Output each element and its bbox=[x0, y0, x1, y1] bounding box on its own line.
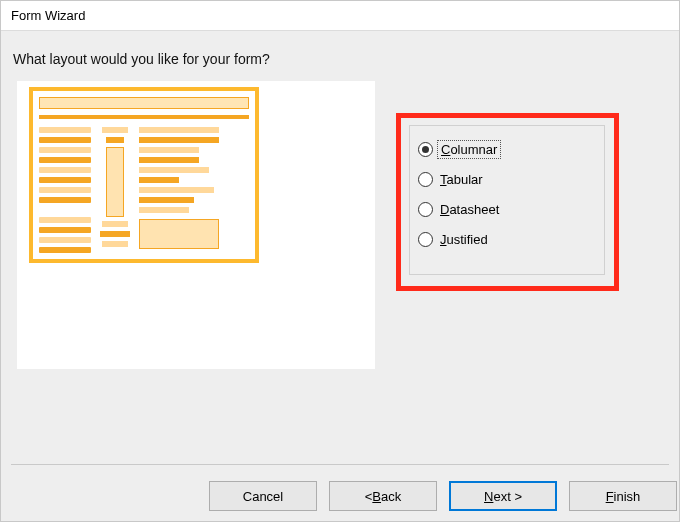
back-button[interactable]: < Back bbox=[329, 481, 437, 511]
radio-icon bbox=[418, 142, 433, 157]
layout-options-group: Columnar Tabular Datasheet Justified bbox=[409, 125, 605, 275]
prompt-text: What layout would you like for your form… bbox=[13, 51, 270, 67]
radio-icon bbox=[418, 202, 433, 217]
option-datasheet-label: Datasheet bbox=[437, 201, 502, 218]
layout-preview-frame bbox=[29, 87, 259, 263]
wizard-button-row: Cancel < Back Next > Finish bbox=[209, 481, 679, 511]
option-datasheet[interactable]: Datasheet bbox=[418, 194, 596, 224]
option-justified[interactable]: Justified bbox=[418, 224, 596, 254]
option-columnar-label: Columnar bbox=[437, 140, 501, 159]
finish-button[interactable]: Finish bbox=[569, 481, 677, 511]
radio-icon bbox=[418, 172, 433, 187]
separator bbox=[11, 464, 669, 465]
radio-icon bbox=[418, 232, 433, 247]
window-title: Form Wizard bbox=[11, 8, 85, 23]
option-tabular[interactable]: Tabular bbox=[418, 164, 596, 194]
option-columnar[interactable]: Columnar bbox=[418, 134, 596, 164]
option-tabular-label: Tabular bbox=[437, 171, 486, 188]
option-justified-label: Justified bbox=[437, 231, 491, 248]
next-button[interactable]: Next > bbox=[449, 481, 557, 511]
titlebar: Form Wizard bbox=[1, 1, 679, 31]
layout-preview bbox=[17, 81, 375, 369]
cancel-button[interactable]: Cancel bbox=[209, 481, 317, 511]
